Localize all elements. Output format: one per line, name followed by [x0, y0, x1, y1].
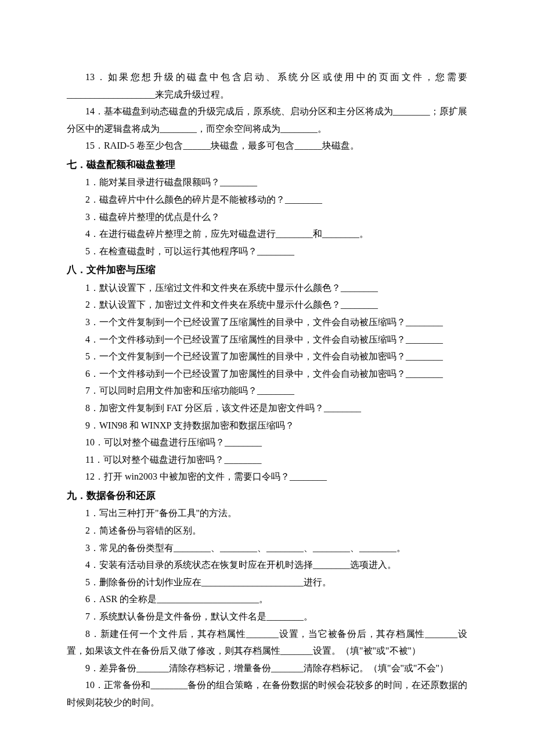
document-page: 13．如果您想升级的磁盘中包含启动、系统分区或使用中的页面文件，您需要_____… [0, 0, 534, 756]
q-8-8: 8．加密文件复制到 FAT 分区后，该文件还是加密文件吗？________ [67, 399, 467, 417]
q-9-5: 5．删除备份的计划作业应在______________________进行。 [67, 574, 467, 591]
q-9-1: 1．写出三种打开"备份工具"的方法。 [67, 505, 467, 522]
q-8-9: 9．WIN98 和 WINXP 支持数据加密和数据压缩吗？ [67, 417, 467, 434]
q-8-12: 12．打开 win2003 中被加密的文件，需要口令吗？________ [67, 468, 467, 485]
q-6-14: 14．基本磁盘到动态磁盘的升级完成后，原系统、启动分区和主分区将成为______… [67, 103, 467, 137]
q-8-5: 5．一个文件复制到一个已经设置了加密属性的目录中，文件会自动被加密吗？_____… [67, 348, 467, 365]
q-8-6: 6．一个文件移动到一个已经设置了加密属性的目录中，文件会自动被加密吗？_____… [67, 365, 467, 383]
q-8-10: 10．可以对整个磁盘进行压缩吗？________ [67, 434, 467, 451]
section-7-heading: 七．磁盘配额和磁盘整理 [67, 156, 467, 174]
q-8-3: 3．一个文件复制到一个已经设置了压缩属性的目录中，文件会自动被压缩吗？_____… [67, 314, 467, 331]
q-8-1: 1．默认设置下，压缩过文件和文件夹在系统中显示什么颜色？________ [67, 279, 467, 297]
q-7-4: 4．在进行磁盘碎片整理之前，应先对磁盘进行________和________。 [67, 225, 467, 243]
q-7-1: 1．能对某目录进行磁盘限额吗？________ [67, 174, 467, 191]
q-9-3: 3．常见的备份类型有________、________、________、___… [67, 539, 467, 557]
q-7-5: 5．在检查磁盘时，可以运行其他程序吗？________ [67, 243, 467, 260]
q-7-3: 3．磁盘碎片整理的优点是什么？ [67, 208, 467, 226]
q-9-2: 2．简述备份与容错的区别。 [67, 522, 467, 539]
section-9-heading: 九．数据备份和还原 [67, 487, 467, 505]
q-8-7: 7．可以同时启用文件加密和压缩功能吗？________ [67, 382, 467, 399]
q-7-2: 2．磁盘碎片中什么颜色的碎片是不能被移动的？________ [67, 191, 467, 208]
q-8-2: 2．默认设置下，加密过文件和文件夹在系统中显示什么颜色？________ [67, 296, 467, 314]
q-9-7: 7．系统默认备份是文件备份，默认文件名是________。 [67, 608, 467, 625]
q-9-9: 9．差异备份_______清除存档标记，增量备份_______清除存档标记。（填… [67, 660, 467, 677]
q-9-8: 8．新建任何一个文件后，其存档属性_______设置，当它被备份后，其存档属性_… [67, 625, 467, 660]
q-9-10: 10．正常备份和________备份的组合策略，在备份数据的时候会花较多的时间，… [67, 676, 467, 711]
q-9-6: 6．ASR 的全称是______________________。 [67, 591, 467, 608]
q-6-13: 13．如果您想升级的磁盘中包含启动、系统分区或使用中的页面文件，您需要_____… [67, 69, 467, 103]
q-8-11: 11．可以对整个磁盘进行加密吗？________ [67, 451, 467, 469]
q-8-4: 4．一个文件移动到一个已经设置了压缩属性的目录中，文件会自动被压缩吗？_____… [67, 331, 467, 348]
q-6-15: 15．RAID-5 卷至少包含______块磁盘，最多可包含______块磁盘。 [67, 137, 467, 154]
q-9-4: 4．安装有活动目录的系统状态在恢复时应在开机时选择________选项进入。 [67, 556, 467, 574]
section-8-heading: 八．文件加密与压缩 [67, 261, 467, 279]
